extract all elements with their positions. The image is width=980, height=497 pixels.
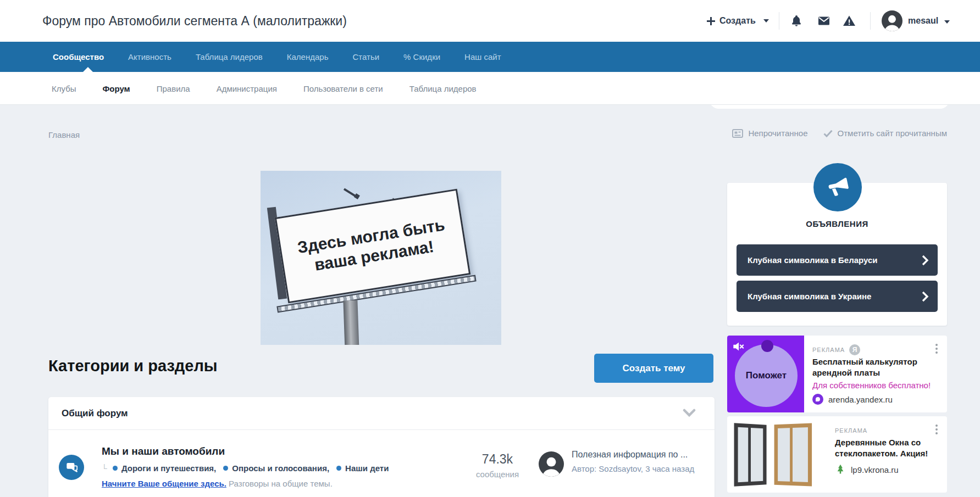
header: Форум про Автомобили сегмента А (малолит… [0, 0, 980, 42]
ad-title[interactable]: Бесплатный калькулятор арендной платы [812, 356, 931, 379]
person-icon [539, 451, 564, 477]
reports-warning-icon[interactable] [843, 14, 856, 27]
page-title: Категории и разделы [48, 357, 218, 375]
forum-stats: 74.3k сообщения [462, 452, 533, 479]
ad-image [727, 416, 821, 493]
bullet-icon [113, 466, 118, 471]
subforum-list: └ Дороги и путешествия, Опросы и голосов… [102, 464, 389, 473]
person-icon [882, 10, 903, 31]
breadcrumb-home[interactable]: Главная [48, 130, 80, 139]
nav-item-discounts[interactable]: % Скидки [403, 52, 440, 62]
forum-description: Разговоры на общие темы. [229, 479, 333, 488]
user-avatar[interactable] [882, 10, 903, 31]
username: mesaul [908, 16, 938, 25]
active-nav-pointer [83, 67, 93, 72]
create-topic-button[interactable]: Создать тему [594, 354, 713, 383]
start-chat-link[interactable]: Начните Ваше общение здесь. [102, 479, 226, 488]
tree-icon [835, 464, 846, 476]
ad-card-yandex-calculator[interactable]: Поможет РЕКЛАМА Я Бесплатный калькулятор… [727, 336, 947, 412]
breadcrumb-actions: Непрочитанное Отметить сайт прочитанным [732, 129, 947, 138]
chevron-right-icon [921, 255, 929, 266]
ad-subtitle[interactable]: Для собственников бесплатно! [812, 381, 931, 390]
ad-domain[interactable]: arenda.yandex.ru [828, 395, 893, 404]
subnav-item-clubs[interactable]: Клубы [52, 84, 76, 93]
announcement-ukraine-button[interactable]: Клубная символика в Украине [737, 281, 938, 312]
announcement-belarus-button[interactable]: Клубная символика в Беларуси [737, 244, 938, 276]
window-wood [774, 423, 812, 487]
announcements-megaphone-badge [813, 163, 862, 211]
newspaper-icon [732, 129, 743, 138]
subnav-item-online-users[interactable]: Пользователи в сети [303, 84, 383, 93]
plus-icon [707, 17, 715, 25]
nav-item-calendar[interactable]: Календарь [287, 52, 329, 62]
create-menu-label: Создать [719, 16, 756, 26]
forum-description-line: Начните Ваше общение здесь. Разговоры на… [102, 479, 333, 488]
nav-item-articles[interactable]: Статьи [352, 52, 379, 62]
header-divider [870, 12, 871, 30]
last-post-title-link[interactable]: Полезная информация по ... [572, 450, 706, 460]
subnav-item-forum[interactable]: Форум [103, 84, 130, 93]
subforum-link-roads[interactable]: Дороги и путешествия, [121, 464, 216, 473]
subforum-link-kids[interactable]: Наши дети [345, 464, 389, 473]
muted-speaker-icon[interactable] [731, 339, 745, 354]
category-header: Общий форум [48, 397, 715, 430]
site-title[interactable]: Форум про Автомобили сегмента А (малолит… [42, 0, 347, 42]
last-post-meta: Автор: Sozdsaytov, 3 часа назад [572, 463, 706, 475]
subnav-item-rules[interactable]: Правила [157, 84, 190, 93]
ad-domain[interactable]: lp9.vkrona.ru [851, 465, 899, 474]
tree-connector-icon: └ [102, 464, 107, 473]
bullet-icon [336, 466, 341, 471]
yandex-badge-icon: Я [849, 344, 860, 355]
posts-unit: сообщения [462, 470, 533, 479]
unread-content-link[interactable]: Непрочитанное [732, 129, 807, 138]
unread-label: Непрочитанное [748, 129, 807, 138]
megaphone-icon [823, 173, 852, 202]
billboard-pole [343, 300, 359, 345]
ad-image: Поможет [727, 336, 804, 412]
billboard-ad-image[interactable]: Здесь могла быть ваша реклама! [261, 171, 501, 345]
ad-image-text: Поможет [746, 370, 787, 381]
nav-item-leaderboard[interactable]: Таблица лидеров [196, 52, 263, 62]
mark-site-read-link[interactable]: Отметить сайт прочитанным [823, 129, 947, 138]
last-post: Полезная информация по ... Автор: Sozdsa… [572, 450, 706, 475]
last-poster-avatar[interactable] [539, 451, 564, 477]
category-panel: Общий форум Мы и наши автомобили └ Дорог… [48, 397, 715, 497]
header-divider [779, 12, 779, 30]
nav-item-our-site[interactable]: Наш сайт [464, 52, 501, 62]
collapse-chevron-down-icon[interactable] [683, 408, 696, 418]
category-title[interactable]: Общий форум [62, 397, 128, 430]
window-dark [734, 423, 767, 487]
chevron-right-icon [921, 291, 929, 302]
announcement-label: Клубная символика в Беларуси [748, 255, 878, 265]
subnav-item-administration[interactable]: Администрация [217, 84, 277, 93]
user-menu[interactable]: mesaul [908, 0, 950, 42]
nav-item-community[interactable]: Сообщество [53, 52, 104, 62]
announcements-title: ОБЪЯВЛЕНИЯ [727, 219, 947, 228]
subforum-link-polls[interactable]: Опросы и голосования, [232, 464, 329, 473]
chevron-down-icon [944, 20, 950, 24]
create-menu-button[interactable]: Создать [707, 0, 769, 42]
ad-menu-button[interactable] [933, 423, 940, 436]
ad-favicon [812, 394, 823, 405]
page: Форум про Автомобили сегмента А (малолит… [0, 0, 980, 497]
ad-disclosure-label: РЕКЛАМА [812, 347, 845, 353]
ad-card-wooden-windows[interactable]: РЕКЛАМА Деревянные Окна со стеклопакетом… [727, 416, 947, 493]
forum-link[interactable]: Мы и наши автомобили [102, 445, 225, 457]
ad-title[interactable]: Деревянные Окна со стеклопакетом. Акция! [835, 437, 945, 460]
messages-envelope-icon[interactable] [817, 14, 830, 27]
ad-disclosure-label: РЕКЛАМА [835, 427, 867, 434]
bullet-icon [223, 466, 228, 471]
ad-menu-button[interactable] [933, 342, 940, 355]
posts-count: 74.3k [462, 452, 533, 467]
chevron-down-icon [763, 19, 769, 23]
nav-item-activity[interactable]: Активность [128, 52, 171, 62]
billboard-lamp [344, 188, 357, 197]
subnav-item-leaderboard[interactable]: Таблица лидеров [409, 84, 477, 93]
notifications-bell-icon[interactable] [790, 14, 803, 27]
ad-image-circle: Поможет [735, 344, 798, 407]
secondary-nav: Клубы Форум Правила Администрация Пользо… [0, 72, 980, 105]
ad-image-dot [761, 340, 773, 352]
chat-bubbles-icon [64, 460, 79, 474]
announcement-label: Клубная символика в Украине [748, 292, 871, 301]
primary-nav: Сообщество Активность Таблица лидеров Ка… [0, 42, 980, 72]
